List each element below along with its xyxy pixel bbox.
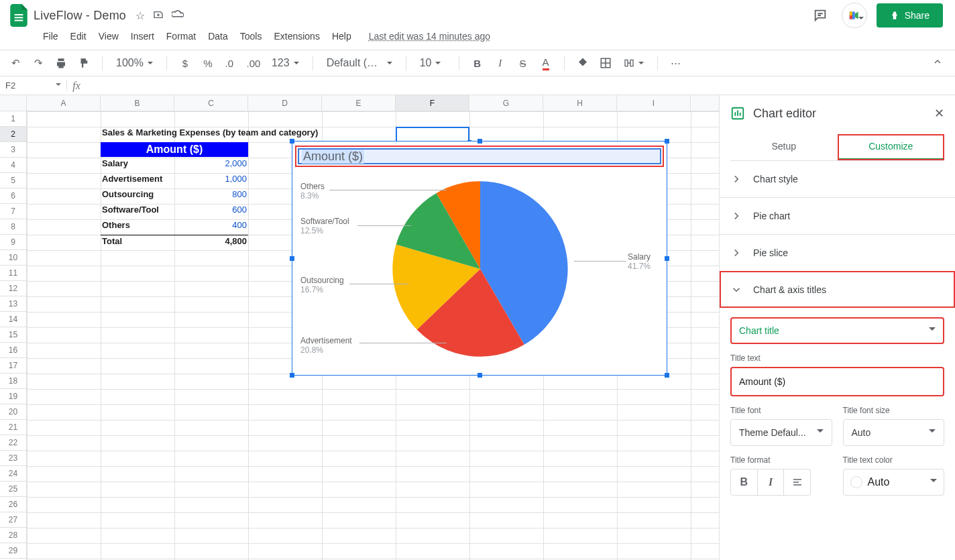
row-header[interactable]: 15: [0, 327, 26, 343]
row-header[interactable]: 1: [0, 111, 26, 127]
row-header[interactable]: 18: [0, 374, 26, 389]
fill-color-button[interactable]: [574, 54, 592, 72]
tab-customize[interactable]: Customize: [838, 134, 945, 160]
menu-format[interactable]: Format: [161, 28, 201, 44]
redo-button[interactable]: ↷: [30, 54, 47, 72]
more-formats-dropdown[interactable]: 123: [268, 57, 303, 69]
col-header[interactable]: H: [543, 95, 617, 111]
menu-file[interactable]: File: [38, 28, 64, 44]
bold-toggle[interactable]: B: [731, 469, 758, 495]
name-box[interactable]: F2: [0, 80, 67, 91]
title-selector-dropdown[interactable]: Chart title: [730, 317, 944, 344]
row-header[interactable]: 8: [0, 219, 26, 235]
row-header[interactable]: 25: [0, 482, 26, 497]
col-header[interactable]: G: [469, 95, 543, 111]
col-header[interactable]: I: [617, 95, 691, 111]
increase-decimal-button[interactable]: .00: [245, 54, 262, 72]
col-header[interactable]: C: [174, 95, 248, 111]
row-label: Others: [102, 220, 130, 230]
chart-title-editable[interactable]: Amount ($): [298, 148, 661, 164]
section-chart-axis-titles[interactable]: Chart & axis titles: [720, 271, 955, 308]
row-header[interactable]: 11: [0, 266, 26, 281]
menu-help[interactable]: Help: [327, 28, 357, 44]
menu-view[interactable]: View: [93, 28, 124, 44]
row-header[interactable]: 12: [0, 281, 26, 296]
pie-chart: [386, 175, 574, 363]
title-color-dropdown[interactable]: Auto: [843, 469, 945, 496]
row-header[interactable]: 24: [0, 466, 26, 482]
row-header[interactable]: 28: [0, 528, 26, 543]
menu-insert[interactable]: Insert: [125, 28, 160, 44]
row-header[interactable]: 16: [0, 343, 26, 358]
paint-format-button[interactable]: [75, 54, 93, 72]
merge-dropdown[interactable]: [620, 58, 648, 68]
formula-bar[interactable]: [86, 76, 955, 95]
row-header[interactable]: 29: [0, 543, 26, 559]
col-header[interactable]: E: [322, 95, 396, 111]
italic-toggle[interactable]: I: [758, 469, 785, 495]
row-header[interactable]: 14: [0, 312, 26, 327]
col-header[interactable]: A: [27, 95, 101, 111]
menu-extensions[interactable]: Extensions: [268, 28, 325, 44]
row-header[interactable]: 19: [0, 389, 26, 404]
percent-button[interactable]: %: [199, 54, 217, 72]
title-size-dropdown[interactable]: Auto: [843, 419, 945, 446]
row-header[interactable]: 23: [0, 451, 26, 466]
col-header[interactable]: F: [396, 95, 469, 111]
zoom-dropdown[interactable]: 100%: [112, 57, 157, 69]
doc-title[interactable]: LiveFlow - Demo: [34, 9, 126, 23]
cell-grid[interactable]: Sales & Marketing Expenses (by team and …: [27, 111, 719, 560]
text-color-button[interactable]: A: [537, 54, 555, 72]
undo-button[interactable]: ↶: [7, 54, 24, 72]
row-header[interactable]: 4: [0, 158, 26, 173]
tab-setup[interactable]: Setup: [730, 134, 838, 160]
italic-button[interactable]: I: [492, 54, 509, 72]
row-header[interactable]: 13: [0, 296, 26, 312]
decrease-decimal-button[interactable]: .0: [222, 54, 239, 72]
menu-data[interactable]: Data: [203, 28, 233, 44]
more-toolbar-button[interactable]: ⋯: [667, 54, 685, 72]
print-button[interactable]: [52, 54, 70, 72]
row-header[interactable]: 2: [0, 127, 26, 142]
meet-button[interactable]: [842, 3, 867, 28]
row-header[interactable]: 3: [0, 142, 26, 158]
title-text-input[interactable]: Amount ($): [730, 367, 944, 396]
col-header[interactable]: B: [101, 95, 174, 111]
font-family-dropdown[interactable]: Default (Ari...: [323, 57, 396, 69]
row-header[interactable]: 9: [0, 235, 26, 250]
menu-edit[interactable]: Edit: [65, 28, 92, 44]
share-button[interactable]: Share: [877, 3, 943, 27]
close-panel-button[interactable]: ✕: [934, 106, 944, 121]
menu-tools[interactable]: Tools: [235, 28, 268, 44]
font-size-dropdown[interactable]: 10: [416, 57, 449, 69]
move-icon[interactable]: [153, 9, 164, 22]
cloud-status-icon[interactable]: [172, 9, 184, 21]
col-header[interactable]: D: [248, 95, 322, 111]
bold-button[interactable]: B: [469, 54, 486, 72]
section-pie-slice[interactable]: Pie slice: [720, 234, 955, 271]
title-font-dropdown[interactable]: Theme Defaul...: [730, 419, 832, 446]
row-header[interactable]: 21: [0, 420, 26, 435]
row-header[interactable]: 10: [0, 250, 26, 266]
align-toggle[interactable]: [784, 469, 810, 495]
collapse-toolbar-button[interactable]: [927, 52, 948, 74]
borders-button[interactable]: [597, 54, 614, 72]
comments-icon[interactable]: [808, 3, 832, 27]
row-header[interactable]: 22: [0, 435, 26, 451]
section-pie-chart[interactable]: Pie chart: [720, 197, 955, 234]
row-header[interactable]: 20: [0, 404, 26, 420]
row-header[interactable]: 5: [0, 173, 26, 188]
section-chart-style[interactable]: Chart style: [720, 161, 955, 197]
row-header[interactable]: 26: [0, 497, 26, 512]
chart-editor-icon: [730, 106, 745, 121]
row-header[interactable]: 27: [0, 512, 26, 528]
row-header[interactable]: 7: [0, 204, 26, 219]
currency-button[interactable]: $: [176, 54, 194, 72]
last-edit-link[interactable]: Last edit was 14 minutes ago: [363, 28, 496, 44]
sheets-app-icon[interactable]: [5, 3, 32, 27]
row-header[interactable]: 17: [0, 358, 26, 374]
strike-button[interactable]: S: [514, 54, 532, 72]
row-header[interactable]: 6: [0, 188, 26, 204]
chart-object[interactable]: Amount ($): [292, 141, 667, 376]
star-icon[interactable]: ☆: [135, 9, 145, 22]
